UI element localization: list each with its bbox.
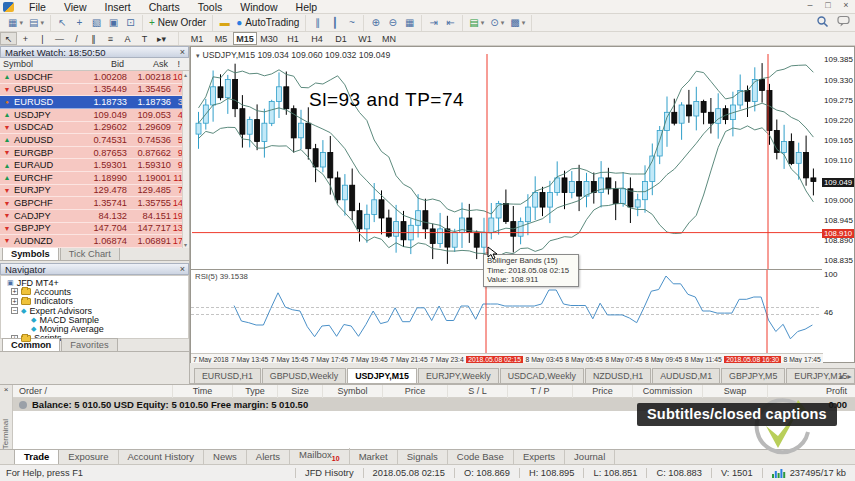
timeframe-mn[interactable]: MN bbox=[377, 32, 401, 45]
timeframe-m15[interactable]: M15 bbox=[233, 32, 257, 45]
close-icon[interactable]: × bbox=[840, 0, 852, 10]
autotrading-icon[interactable]: ●AutoTrading bbox=[233, 15, 302, 30]
objects-list-icon[interactable]: ▧ bbox=[88, 15, 105, 30]
profiles-icon[interactable]: ▤▾ bbox=[26, 15, 47, 30]
data-window-icon[interactable]: ▣ bbox=[105, 15, 122, 30]
close-icon[interactable]: × bbox=[180, 264, 185, 274]
symbol-row-audusd[interactable]: ▲AUDUSD0.745310.745365 bbox=[0, 134, 189, 147]
arrow-objects-icon[interactable]: ▸▾ bbox=[153, 32, 170, 45]
tab-code-base[interactable]: Code Base bbox=[448, 450, 514, 464]
symbol-row-gbpchf[interactable]: ▼GBPCHF1.357411.3575514 bbox=[0, 197, 189, 210]
tree-item-indicators[interactable]: +Indicators bbox=[3, 297, 188, 306]
zoom-out-icon[interactable]: ⊖ bbox=[384, 15, 401, 30]
vertical-line-icon[interactable]: | bbox=[34, 32, 51, 45]
tree-item-accounts[interactable]: +Accounts bbox=[3, 287, 188, 296]
symbol-row-audnzd[interactable]: ▼AUDNZD1.068741.0689117 bbox=[0, 235, 189, 248]
trendline-icon[interactable]: / bbox=[68, 32, 85, 45]
menu-file[interactable]: File bbox=[20, 1, 55, 13]
horizontal-line-icon[interactable]: — bbox=[51, 32, 68, 45]
tree-item-moving-average[interactable]: ◆Moving Average bbox=[3, 324, 188, 333]
text-label-icon[interactable]: T bbox=[136, 32, 153, 45]
price-pane[interactable]: ▾USDJPY,M15 109.034 109.060 109.032 109.… bbox=[191, 47, 823, 269]
tab-market[interactable]: Market bbox=[350, 450, 398, 464]
timeframe-m5[interactable]: M5 bbox=[209, 32, 233, 45]
chart-tab-gbpusd-weekly[interactable]: GBPUSD,Weekly bbox=[262, 368, 346, 383]
tab-signals[interactable]: Signals bbox=[398, 450, 448, 464]
line-chart-icon[interactable]: ~ bbox=[343, 15, 360, 30]
zoom-box-icon[interactable]: ⊡ bbox=[122, 15, 139, 30]
candle-chart-icon[interactable]: ┃ bbox=[326, 15, 343, 30]
symbol-row-gbpusd[interactable]: ▼GBPUSD1.354491.354567 bbox=[0, 84, 189, 97]
timeframe-m30[interactable]: M30 bbox=[257, 32, 281, 45]
history-center-icon[interactable]: ▬ bbox=[216, 15, 233, 30]
restore-icon[interactable]: □ bbox=[822, 0, 834, 10]
tab-tick-chart[interactable]: Tick Chart bbox=[60, 247, 120, 260]
chevron-down-icon[interactable]: ▾ bbox=[196, 52, 200, 59]
channel-icon[interactable]: ∥ bbox=[85, 32, 102, 45]
symbol-row-usdchf[interactable]: ▲USDCHF1.002081.0021810 bbox=[0, 71, 189, 84]
chat-icon[interactable] bbox=[837, 15, 851, 28]
tile-windows-icon[interactable]: ▦ bbox=[401, 15, 418, 30]
terminal-column-time[interactable]: Time bbox=[173, 385, 233, 398]
chart-tab-audusd-m1[interactable]: AUDUSD,M1 bbox=[652, 368, 720, 383]
tab-alerts[interactable]: Alerts bbox=[247, 450, 290, 464]
terminal-column-tp[interactable]: T / P bbox=[508, 385, 573, 398]
close-icon[interactable]: × bbox=[0, 385, 12, 394]
tab-account-history[interactable]: Account History bbox=[119, 450, 205, 464]
text-icon[interactable]: A bbox=[119, 32, 136, 45]
tab-favorites[interactable]: Favorites bbox=[61, 338, 117, 351]
timeframe-d1[interactable]: D1 bbox=[329, 32, 353, 45]
periods-icon[interactable]: ⊙▾ bbox=[487, 15, 507, 30]
tree-root[interactable]: ▣JFD MT4+ bbox=[3, 278, 188, 287]
terminal-column-order[interactable]: Order / bbox=[13, 385, 173, 398]
menu-view[interactable]: View bbox=[55, 1, 96, 13]
column-ask[interactable]: Ask bbox=[127, 59, 171, 69]
search-icon[interactable] bbox=[816, 15, 829, 28]
new-order-icon[interactable]: +New Order bbox=[146, 15, 209, 30]
symbol-row-cadjpy[interactable]: ▼CADJPY84.13284.15119 bbox=[0, 210, 189, 223]
templates-icon[interactable]: ▩▾ bbox=[507, 15, 528, 30]
tab-scroll-left-icon[interactable]: ◄ bbox=[837, 373, 844, 380]
tab-experts[interactable]: Experts bbox=[514, 450, 565, 464]
menu-charts[interactable]: Charts bbox=[140, 1, 189, 13]
new-chart-icon[interactable]: ▦▾ bbox=[5, 15, 26, 30]
chart-tab-gbpjpy-m5[interactable]: GBPJPY,M5 bbox=[721, 368, 785, 383]
scroll-down-icon[interactable]: ▾ bbox=[184, 241, 187, 248]
column-[interactable]: ! bbox=[171, 59, 183, 69]
symbol-row-gbpjpy[interactable]: ▼GBPJPY147.704147.71713 bbox=[0, 223, 189, 236]
tab-trade[interactable]: Trade bbox=[14, 449, 59, 464]
symbol-row-euraud[interactable]: ▲EURAUD1.593011.593109 bbox=[0, 159, 189, 172]
chart-shift-icon[interactable]: ⇤ bbox=[442, 15, 459, 30]
fibonacci-icon[interactable]: ≡ bbox=[102, 32, 119, 45]
tab-exposure[interactable]: Exposure bbox=[59, 450, 118, 464]
auto-scroll-icon[interactable]: ⇥ bbox=[425, 15, 442, 30]
tab-common[interactable]: Common bbox=[2, 338, 60, 351]
tree-item-macd-sample[interactable]: ◆MACD Sample bbox=[3, 315, 188, 324]
terminal-column-symbol[interactable]: Symbol bbox=[323, 385, 383, 398]
column-bid[interactable]: Bid bbox=[72, 59, 127, 69]
bar-chart-icon[interactable]: ∥ bbox=[309, 15, 326, 30]
tab-symbols[interactable]: Symbols bbox=[2, 247, 59, 260]
terminal-column-price[interactable]: Price bbox=[383, 385, 448, 398]
menu-window[interactable]: Window bbox=[231, 1, 286, 13]
symbol-row-usdjpy[interactable]: ▲USDJPY109.049109.0534 bbox=[0, 109, 189, 122]
tab-journal[interactable]: Journal bbox=[565, 450, 615, 464]
terminal-column-commission[interactable]: Commission bbox=[633, 385, 703, 398]
minimize-icon[interactable]: ‒ bbox=[804, 0, 816, 10]
terminal-column-size[interactable]: Size bbox=[278, 385, 323, 398]
menu-help[interactable]: Help bbox=[287, 1, 327, 13]
menu-insert[interactable]: Insert bbox=[96, 1, 140, 13]
tab-news[interactable]: News bbox=[204, 450, 247, 464]
chart-tab-nzdusd-h1[interactable]: NZDUSD,H1 bbox=[585, 368, 651, 383]
chart-tab-eurusd-h1[interactable]: EURUSD,H1 bbox=[194, 368, 261, 383]
symbol-row-eurusd[interactable]: ●EURUSD1.187331.187363 bbox=[0, 96, 189, 109]
symbol-row-eurgbp[interactable]: ▼EURGBP0.876530.876629 bbox=[0, 147, 189, 160]
column-symbol[interactable]: Symbol bbox=[0, 59, 72, 69]
scroll-up-icon[interactable]: ▴ bbox=[184, 71, 187, 78]
indicators-icon[interactable]: ▤▾ bbox=[466, 15, 487, 30]
expander-icon[interactable]: − bbox=[11, 307, 18, 314]
tab-mailbox[interactable]: Mailbox10 bbox=[290, 448, 350, 464]
symbol-row-usdcad[interactable]: ▼USDCAD1.296021.296097 bbox=[0, 122, 189, 135]
terminal-column-sl[interactable]: S / L bbox=[448, 385, 508, 398]
cursor-icon[interactable]: ↖ bbox=[0, 32, 17, 45]
